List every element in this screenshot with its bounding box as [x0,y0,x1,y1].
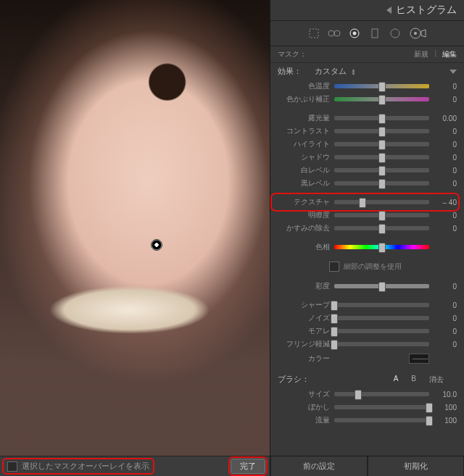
blacks-slider[interactable] [334,181,429,185]
highlights-label: ハイライト [273,139,330,149]
redeye-tool-icon[interactable] [348,27,361,40]
mask-label: マスク： [278,49,307,59]
dehaze-label: かすみの除去 [273,223,330,233]
exposure-label: 露光量 [273,113,330,123]
mask-mode-row: マスク： 新規 | 編集 [270,46,464,63]
texture-value: – 40 [434,199,457,206]
crop-tool-icon[interactable] [307,27,320,40]
app-root: 選択したマスクオーバーレイを表示 完了 ヒストグラム マスク： 新規 | 編集 [0,0,464,476]
whites-slider[interactable] [334,168,429,172]
panel-title: ヒストグラム [396,4,457,17]
defringe-value: 0 [434,341,457,348]
slider-hue: 色相 [273,241,457,254]
slider-moire: モアレ0 [273,325,457,338]
feather-value: 100 [434,404,457,412]
sharp-slider[interactable] [334,303,429,307]
hue-slider[interactable] [334,245,429,249]
clarity-slider[interactable] [334,213,429,217]
noise-slider[interactable] [334,316,429,320]
slider-texture: テクスチャ– 40 [273,196,457,209]
slider-noise: ノイズ0 [273,312,457,325]
panel-footer: 前の設定 初期化 [270,456,464,476]
slider-saturation: 彩度0 [273,280,457,293]
sharp-value: 0 [434,301,457,309]
dehaze-value: 0 [434,225,457,233]
temp-label: 色温度 [273,81,330,91]
develop-panel: ヒストグラム マスク： 新規 | 編集 効果： カスタム ▲▼ [270,0,464,476]
dehaze-slider[interactable] [334,226,429,230]
brush-pin-icon[interactable] [151,239,162,251]
image-canvas[interactable] [0,0,270,456]
defringe-slider[interactable] [334,342,429,346]
whites-label: 白レベル [273,165,330,175]
tint-label: 色かぶり補正 [273,94,330,104]
slider-tint: 色かぶり補正0 [273,93,457,106]
slider-list: 色温度0色かぶり補正0露光量0.00コントラスト0ハイライト0シャドウ0白レベル… [270,78,464,352]
moire-slider[interactable] [334,329,429,333]
highlights-slider[interactable] [334,142,429,146]
slider-defringe: フリンジ軽減0 [273,338,457,351]
preset-stepper-icon[interactable]: ▲▼ [351,68,356,75]
radial-tool-icon[interactable] [389,27,402,40]
mask-new-link[interactable]: 新規 [414,49,428,59]
brush-section-header: ブラシ： A B 消去 [270,371,464,386]
sharp-label: シャープ [273,300,330,310]
texture-slider[interactable] [334,200,429,204]
gradient-tool-icon[interactable] [368,27,381,40]
effect-section-header[interactable]: 効果： カスタム ▲▼ [270,63,464,78]
highlights-value: 0 [434,141,457,149]
whites-value: 0 [434,167,457,175]
defringe-label: フリンジ軽減 [273,339,330,349]
reset-button[interactable]: 初期化 [368,456,465,476]
slider-temp: 色温度0 [273,80,457,93]
brush-b-tab[interactable]: B [411,375,416,385]
brush-erase-tab[interactable]: 消去 [429,375,444,385]
contrast-label: コントラスト [273,126,330,136]
spot-tool-icon[interactable] [328,27,341,40]
blacks-value: 0 [434,180,457,188]
slider-sharp: シャープ0 [273,298,457,312]
fine-adjust-checkbox[interactable] [329,262,339,272]
contrast-value: 0 [434,128,457,135]
slider-contrast: コントラスト0 [273,125,457,138]
temp-slider[interactable] [334,84,429,88]
svg-rect-5 [372,29,378,38]
exposure-value: 0.00 [434,114,457,122]
effect-preset[interactable]: カスタム [315,66,347,77]
tint-slider[interactable] [334,97,429,101]
svg-point-1 [328,30,334,36]
previous-settings-button[interactable]: 前の設定 [270,456,368,476]
moire-label: モアレ [273,326,330,336]
slider-blacks: 黒レベル0 [273,177,457,190]
done-button[interactable]: 完了 [231,459,265,474]
brush-tool-icon[interactable] [409,27,428,40]
slider-highlights: ハイライト0 [273,138,457,151]
clarity-label: 明瞭度 [273,210,330,220]
mask-overlay-checkbox[interactable] [7,462,17,472]
noise-label: ノイズ [273,313,330,323]
contrast-slider[interactable] [334,129,429,133]
color-swatch[interactable] [409,354,429,364]
flow-slider[interactable] [334,418,429,422]
brush-a-tab[interactable]: A [394,375,399,385]
moire-value: 0 [434,327,457,335]
svg-point-8 [414,32,417,35]
saturation-label: 彩度 [273,281,330,291]
svg-rect-0 [310,29,318,38]
brush-sliders: サイズ 10.0 ぼかし 100 流量 100 [270,386,464,428]
svg-point-4 [353,32,356,35]
feather-slider[interactable] [334,405,429,409]
panel-header[interactable]: ヒストグラム [270,0,464,21]
clarity-value: 0 [434,212,457,220]
exposure-slider[interactable] [334,116,429,120]
shadows-slider[interactable] [334,155,429,159]
slider-dehaze: かすみの除去0 [273,222,457,235]
size-slider[interactable] [334,392,429,396]
slider-whites: 白レベル0 [273,164,457,177]
fine-adjust-label: 細部の調整を使用 [344,262,402,272]
section-collapse-icon[interactable] [450,70,457,74]
collapse-triangle-icon[interactable] [386,7,392,14]
slider-shadows: シャドウ0 [273,151,457,164]
mask-edit-link[interactable]: 編集 [442,49,457,59]
saturation-slider[interactable] [334,284,429,288]
